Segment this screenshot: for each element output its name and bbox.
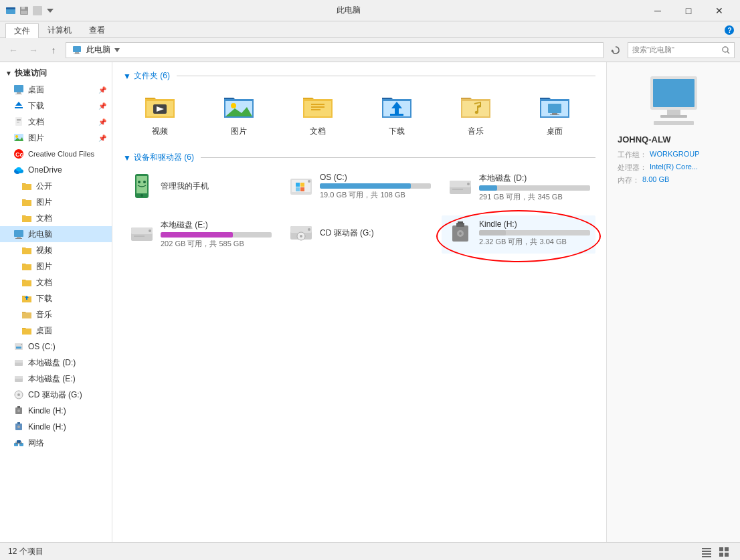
drive-c-icon xyxy=(288,173,314,200)
device-locale-fill xyxy=(161,232,233,238)
sidebar-quickaccess-header[interactable]: ▼ 快速访问 xyxy=(0,65,112,82)
help-icon[interactable]: ? xyxy=(724,25,735,35)
svg-rect-42 xyxy=(15,360,23,363)
device-locale[interactable]: 本地磁盘 (E:) 202 GB 可用，共 585 GB xyxy=(123,215,277,256)
svg-point-97 xyxy=(308,228,310,231)
folder-pics-sub-icon xyxy=(21,261,32,272)
svg-rect-104 xyxy=(653,79,695,107)
tab-computer[interactable]: 计算机 xyxy=(39,23,80,37)
sidebar-item-pictures-sub[interactable]: 图片 xyxy=(0,258,112,274)
sidebar-item-documents[interactable]: 文档 📌 xyxy=(0,114,112,130)
folder-videos[interactable]: 视频 xyxy=(123,87,197,141)
address-input[interactable]: 此电脑 xyxy=(66,42,604,58)
folder-videos-sub-icon xyxy=(21,245,32,256)
sidebar-item-downloads[interactable]: 下载 📌 xyxy=(0,98,112,114)
up-button[interactable]: ↑ xyxy=(45,42,62,58)
sidebar-cdg-label: CD 驱动器 (G:) xyxy=(28,389,82,401)
kindle-h-sidebar-icon xyxy=(13,405,24,416)
folder-pictures2-icon xyxy=(21,197,32,207)
folder-music-label: 音乐 xyxy=(468,126,484,137)
svg-rect-114 xyxy=(719,553,723,557)
svg-rect-48 xyxy=(17,406,20,408)
address-path: 此电脑 xyxy=(86,44,110,56)
sidebar-item-desktop-sub[interactable]: 桌面 xyxy=(0,322,112,339)
phone-icon xyxy=(128,173,155,199)
sidebar-thispc-label: 此电脑 xyxy=(28,229,52,240)
folder-documents-label: 文档 xyxy=(310,126,326,137)
sidebar-item-locale[interactable]: 本地磁盘 (E:) xyxy=(0,371,112,387)
svg-rect-92 xyxy=(134,236,145,237)
sidebar-item-music-sub[interactable]: 音乐 xyxy=(0,306,112,322)
folder-music[interactable]: 音乐 xyxy=(439,87,513,141)
svg-point-102 xyxy=(459,232,462,235)
folder-documents[interactable]: 文档 xyxy=(281,87,355,141)
sidebar-item-onedrive[interactable]: OneDrive xyxy=(0,162,112,178)
device-cdg-info: CD 驱动器 (G:) xyxy=(320,227,431,239)
view-large-icon xyxy=(719,547,729,557)
sidebar-item-pictures2[interactable]: 图片 xyxy=(0,194,112,210)
maximize-button[interactable]: □ xyxy=(673,0,704,21)
sidebar-item-dl-sub[interactable]: 下载 xyxy=(0,290,112,306)
svg-rect-100 xyxy=(458,221,463,223)
svg-rect-106 xyxy=(660,115,687,118)
close-button[interactable]: ✕ xyxy=(704,0,735,21)
device-osc[interactable]: OS (C:) 19.0 GB 可用，共 108 GB xyxy=(282,169,436,209)
device-locald[interactable]: 本地磁盘 (D:) 291 GB 可用，共 345 GB xyxy=(442,169,595,209)
svg-rect-16 xyxy=(14,85,23,92)
tab-file[interactable]: 文件 xyxy=(5,23,39,38)
svg-point-46 xyxy=(17,393,20,396)
forward-button[interactable]: → xyxy=(25,42,41,58)
sidebar-documents2-label: 文档 xyxy=(36,213,52,224)
workgroup-label: 工作组： xyxy=(618,150,647,160)
content-area: ▼ 文件夹 (6) 视频 xyxy=(112,62,606,542)
view-large-icons-button[interactable] xyxy=(716,545,732,559)
sidebar-item-network[interactable]: 网络 xyxy=(0,435,112,451)
svg-rect-112 xyxy=(719,547,723,551)
folders-chevron-icon: ▼ xyxy=(123,72,131,81)
sidebar-item-locald[interactable]: 本地磁盘 (D:) xyxy=(0,355,112,371)
device-osc-name: OS (C:) xyxy=(320,173,431,182)
sidebar-item-cdg[interactable]: CD 驱动器 (G:) xyxy=(0,387,112,403)
network-sidebar-icon xyxy=(13,438,24,448)
sidebar-item-osc[interactable]: OS (C:) xyxy=(0,339,112,355)
dropdown-arrow-icon[interactable] xyxy=(45,6,55,15)
sidebar-item-documents2[interactable]: 文档 xyxy=(0,210,112,226)
folders-header-label: 文件夹 (6) xyxy=(134,70,170,82)
tab-view[interactable]: 查看 xyxy=(80,23,114,37)
svg-rect-35 xyxy=(15,238,22,239)
devices-section-header[interactable]: ▼ 设备和驱动器 (6) xyxy=(123,152,595,163)
sidebar-item-pictures[interactable]: 图片 📌 xyxy=(0,130,112,146)
sidebar-locale-label: 本地磁盘 (E:) xyxy=(28,373,76,385)
view-details-button[interactable] xyxy=(699,545,715,559)
svg-rect-109 xyxy=(702,551,711,552)
address-dropdown-icon[interactable] xyxy=(113,46,121,54)
sidebar-item-desktop[interactable]: 桌面 📌 xyxy=(0,82,112,98)
folder-docs-sub-icon xyxy=(21,277,32,288)
folder-pictures[interactable]: 图片 xyxy=(202,87,276,141)
sidebar-item-kindleh2[interactable]: Kindle (H:) xyxy=(0,419,112,435)
device-cdg-name: CD 驱动器 (G:) xyxy=(320,227,431,239)
folders-section-header[interactable]: ▼ 文件夹 (6) xyxy=(123,70,595,82)
sidebar-item-kindleh[interactable]: Kindle (H:) xyxy=(0,403,112,419)
svg-rect-3 xyxy=(21,7,25,9)
folder-downloads-label: 下载 xyxy=(389,126,405,137)
sidebar-item-thispc[interactable]: 此电脑 xyxy=(0,226,112,242)
minimize-button[interactable]: ─ xyxy=(642,0,673,21)
svg-point-62 xyxy=(231,103,236,108)
folder-desktop[interactable]: 桌面 xyxy=(518,87,591,141)
sidebar-item-public[interactable]: 公开 xyxy=(0,178,112,194)
status-view-icons xyxy=(699,545,732,559)
folder-desktop-icon xyxy=(539,91,571,123)
sidebar-item-creative-cloud[interactable]: Cc Creative Cloud Files xyxy=(0,146,112,162)
back-button[interactable]: ← xyxy=(5,42,21,58)
sidebar-item-docs-sub[interactable]: 文档 xyxy=(0,274,112,290)
folder-downloads[interactable]: 下载 xyxy=(360,87,434,141)
device-cdg[interactable]: CD 驱动器 (G:) xyxy=(282,215,436,256)
search-box[interactable]: 搜索"此电脑" xyxy=(628,42,735,58)
svg-rect-72 xyxy=(550,114,559,115)
sidebar-item-videos-sub[interactable]: 视频 xyxy=(0,242,112,258)
device-phone[interactable]: 管理我的手机 xyxy=(123,169,277,209)
refresh-button[interactable] xyxy=(608,42,624,58)
device-kindle[interactable]: Kindle (H:) 2.32 GB 可用，共 3.04 GB xyxy=(442,215,595,254)
sidebar-desktop-label: 桌面 xyxy=(28,84,44,96)
